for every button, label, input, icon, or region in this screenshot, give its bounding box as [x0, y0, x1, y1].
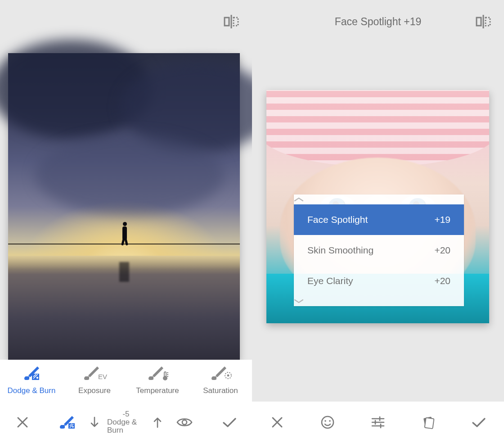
ev-badge: EV: [98, 373, 107, 380]
svg-point-19: [324, 420, 326, 422]
slider-row-face-spotlight[interactable]: Face Spotlight +19: [294, 204, 464, 235]
brush-temperature-icon: [146, 366, 169, 381]
sliders-icon: [371, 416, 385, 429]
svg-point-11: [227, 375, 230, 377]
arrow-up-icon: [153, 416, 162, 429]
close-icon: [16, 416, 29, 429]
action-bar: [252, 402, 504, 443]
edited-photo[interactable]: [8, 53, 240, 360]
svg-point-6: [163, 376, 167, 380]
canvas-area: Face Spotlight +19 Face Spotlight +19: [252, 0, 504, 402]
tool-saturation[interactable]: Saturation: [189, 360, 252, 402]
value-number: -5: [122, 410, 129, 418]
svg-point-14: [182, 420, 187, 425]
slider-label: Eye Clarity: [307, 276, 353, 286]
svg-rect-28: [425, 418, 434, 429]
compare-icon[interactable]: [223, 15, 239, 28]
check-icon: [222, 417, 237, 428]
chevron-up-icon[interactable]: [294, 194, 464, 204]
close-icon: [271, 416, 284, 429]
svg-rect-0: [231, 15, 232, 28]
apply-button[interactable]: [454, 402, 504, 443]
slider-label: Face Spotlight: [307, 214, 368, 225]
top-bar: [0, 0, 252, 43]
svg-rect-2: [234, 18, 238, 26]
slider-label: Skin Smoothing: [307, 245, 374, 256]
slider-value: +20: [434, 245, 450, 256]
styles-button[interactable]: [403, 402, 454, 443]
brush-mode-button[interactable]: [45, 402, 90, 443]
card-icon: [422, 416, 435, 429]
svg-point-4: [36, 377, 38, 379]
eye-icon: [176, 417, 193, 428]
action-bar: -5 Dodge & Burn: [0, 402, 252, 443]
tool-label: Saturation: [203, 386, 238, 395]
tool-temperature[interactable]: Temperature: [126, 360, 189, 402]
value-tool: Dodge & Burn: [107, 418, 145, 434]
apply-button[interactable]: [207, 402, 252, 443]
slider-row-skin-smoothing[interactable]: Skin Smoothing +20: [294, 235, 464, 266]
increase-button[interactable]: [153, 416, 162, 429]
brush-tool-strip: Dodge & Burn EV Exposure Temperature Sat…: [0, 360, 252, 402]
face-icon: [320, 415, 335, 429]
chevron-down-icon[interactable]: [294, 296, 464, 306]
preview-button[interactable]: [162, 402, 207, 443]
tool-label: Dodge & Burn: [8, 386, 56, 395]
brush-saturation-icon: [209, 366, 232, 381]
tool-label: Temperature: [136, 386, 179, 395]
decrease-button[interactable]: [90, 416, 99, 429]
tool-exposure[interactable]: EV Exposure: [63, 360, 126, 402]
svg-point-18: [322, 416, 333, 428]
brush-icon: [58, 415, 76, 429]
slider-value: +20: [434, 276, 450, 286]
editor-left-pane: Dodge & Burn EV Exposure Temperature Sat…: [0, 0, 252, 443]
current-value: -5 Dodge & Burn: [107, 410, 145, 434]
arrow-down-icon: [90, 416, 99, 429]
value-stepper: -5 Dodge & Burn: [90, 410, 162, 434]
svg-point-20: [329, 420, 331, 422]
brush-dodge-icon: [21, 366, 42, 381]
slider-value: +19: [434, 214, 450, 225]
face-button[interactable]: [302, 402, 353, 443]
svg-point-13: [72, 426, 74, 428]
tool-label: Exposure: [78, 386, 111, 395]
top-bar: Face Spotlight +19: [252, 0, 504, 43]
page-title: Face Spotlight +19: [252, 16, 504, 28]
check-icon: [472, 417, 486, 428]
brush-exposure-icon: EV: [82, 366, 107, 381]
close-button[interactable]: [252, 402, 302, 443]
slider-row-eye-clarity[interactable]: Eye Clarity +20: [294, 266, 464, 296]
adjust-button[interactable]: [353, 402, 403, 443]
adjustment-overlay[interactable]: Face Spotlight +19 Skin Smoothing +20 Ey…: [294, 194, 464, 306]
editor-right-pane: Face Spotlight +19 Face Spotlight +19: [252, 0, 504, 443]
tool-dodge-burn[interactable]: Dodge & Burn: [0, 360, 63, 402]
close-button[interactable]: [0, 402, 45, 443]
svg-rect-1: [225, 18, 229, 26]
canvas-area: [0, 0, 252, 360]
